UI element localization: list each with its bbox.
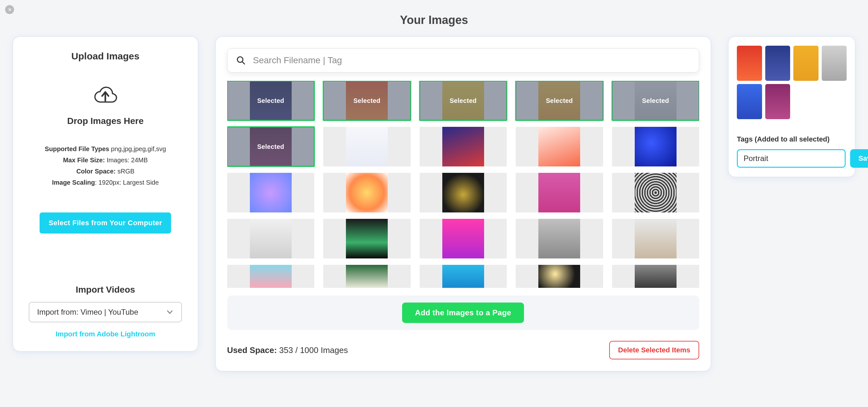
selection-panel: Tags (Added to all selected) Save	[728, 36, 855, 177]
selected-mini-thumb[interactable]	[822, 46, 847, 81]
search-input[interactable]	[227, 48, 699, 72]
thumb-image	[635, 173, 677, 212]
image-thumb[interactable]	[323, 219, 411, 258]
import-videos-heading: Import Videos	[75, 285, 135, 295]
image-thumb[interactable]: Selected	[227, 127, 314, 167]
thumb-image	[442, 219, 484, 258]
selected-mini-thumb[interactable]	[793, 46, 818, 81]
image-thumb[interactable]: Selected	[420, 81, 507, 120]
image-thumb[interactable]	[420, 127, 507, 167]
upload-panel: Upload Images Drop Images Here Supported…	[13, 36, 198, 351]
select-files-button[interactable]: Select Files from Your Computer	[39, 212, 171, 234]
image-thumb[interactable]	[420, 265, 507, 288]
thumb-image	[538, 173, 580, 212]
image-thumb[interactable]	[612, 173, 700, 212]
image-thumb[interactable]	[516, 127, 603, 167]
image-thumb[interactable]	[516, 265, 603, 288]
thumb-image	[346, 265, 388, 288]
selected-badge: Selected	[353, 97, 380, 105]
selected-badge: Selected	[257, 97, 284, 105]
spec-scaling: Image Scaling: 1920px: Largest Side	[52, 179, 159, 186]
selected-mini-thumb[interactable]	[737, 84, 762, 119]
import-source-select[interactable]: Import from: Vimeo | YouTube	[29, 302, 182, 322]
spec-colorspace: Color Space: sRGB	[76, 168, 134, 175]
thumb-image	[250, 173, 292, 212]
selected-mini-thumb[interactable]	[765, 46, 790, 81]
thumb-image	[442, 265, 484, 288]
image-thumb[interactable]: Selected	[323, 81, 411, 120]
cloud-upload-icon	[93, 84, 118, 106]
thumb-image	[346, 127, 388, 167]
spec-supported: Supported File Types png,jpg,jpeg,gif,sv…	[45, 145, 166, 153]
thumb-image	[635, 127, 677, 167]
image-thumb[interactable]	[227, 219, 314, 258]
save-tags-button[interactable]: Save	[850, 149, 868, 168]
image-grid: SelectedSelectedSelectedSelectedSelected…	[227, 81, 699, 288]
image-thumb[interactable]	[516, 219, 603, 258]
thumb-image	[538, 127, 580, 167]
thumb-image	[250, 265, 292, 288]
import-select-label: Import from: Vimeo | YouTube	[37, 308, 138, 317]
image-thumb[interactable]	[516, 173, 603, 212]
image-thumb[interactable]	[612, 219, 700, 258]
image-thumb[interactable]	[323, 127, 411, 167]
used-space-text: Used Space: 353 / 1000 Images	[227, 345, 348, 355]
image-thumb[interactable]	[323, 173, 411, 212]
thumb-image	[635, 219, 677, 258]
thumb-image	[442, 173, 484, 212]
image-thumb[interactable]: Selected	[612, 81, 700, 120]
image-thumb[interactable]	[420, 219, 507, 258]
selected-badge: Selected	[642, 97, 669, 105]
svg-line-1	[242, 62, 244, 64]
selected-badge: Selected	[450, 97, 477, 105]
image-thumb[interactable]	[612, 265, 700, 288]
selected-mini-thumb[interactable]	[737, 46, 762, 81]
delete-selected-button[interactable]: Delete Selected Items	[609, 341, 699, 359]
drop-zone-label[interactable]: Drop Images Here	[67, 116, 144, 126]
thumb-image	[538, 265, 580, 288]
add-bar: Add the Images to a Page	[227, 295, 699, 330]
close-icon[interactable]: ✕	[5, 5, 14, 14]
selected-mini-thumb[interactable]	[765, 84, 790, 119]
page-title: Your Images	[0, 0, 868, 36]
search-icon	[236, 56, 246, 65]
thumb-image	[538, 219, 580, 258]
import-lightroom-link[interactable]: Import from Adobe Lightroom	[56, 330, 155, 338]
image-thumb[interactable]	[420, 173, 507, 212]
tags-label: Tags (Added to all selected)	[737, 135, 847, 143]
tag-input[interactable]	[737, 149, 846, 168]
selected-badge: Selected	[257, 143, 284, 150]
thumb-image	[635, 265, 677, 288]
thumb-image	[442, 127, 484, 167]
thumb-image	[346, 219, 388, 258]
image-thumb[interactable]	[227, 265, 314, 288]
upload-heading: Upload Images	[71, 51, 140, 62]
spec-maxsize: Max File Size: Images: 24MB	[63, 156, 148, 164]
selected-badge: Selected	[546, 97, 573, 105]
image-thumb[interactable]: Selected	[227, 81, 314, 120]
image-thumb[interactable]	[612, 127, 700, 167]
image-thumb[interactable]: Selected	[516, 81, 603, 120]
thumb-image	[250, 219, 292, 258]
image-thumb[interactable]	[227, 173, 314, 212]
image-thumb[interactable]	[323, 265, 411, 288]
selected-thumbnails	[737, 46, 847, 119]
chevron-down-icon	[166, 308, 174, 316]
thumb-image	[346, 173, 388, 212]
add-images-to-page-button[interactable]: Add the Images to a Page	[402, 302, 524, 323]
gallery-panel: SelectedSelectedSelectedSelectedSelected…	[215, 36, 711, 371]
